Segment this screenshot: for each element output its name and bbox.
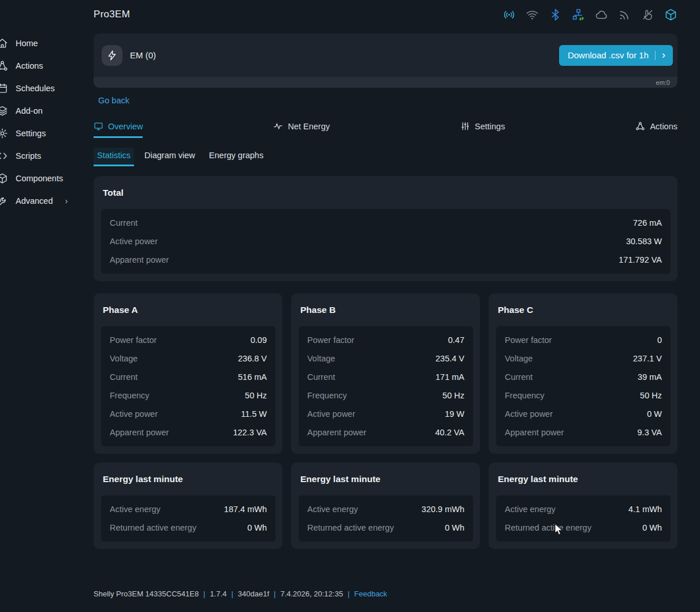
- stat-row: Frequency50 Hz: [496, 386, 671, 405]
- total-card: Total Current 726 mA Active power 30.583…: [94, 176, 677, 281]
- phase-cards-row: Phase A Power factor0.09 Voltage236.8 V …: [94, 293, 677, 454]
- sidebar-item-settings[interactable]: Settings: [0, 122, 94, 144]
- stat-row: Voltage236.8 V: [101, 349, 275, 368]
- stat-label: Voltage: [110, 354, 137, 363]
- go-back-link[interactable]: Go back: [98, 96, 129, 105]
- sidebar-item-label: Scripts: [16, 151, 41, 161]
- stat-value: 50 Hz: [245, 391, 267, 400]
- tab-net-energy[interactable]: Net Energy: [273, 121, 330, 138]
- stat-row: Apparent power 171.792 VA: [101, 251, 671, 269]
- energy-b-panel: Active energy320.9 mWh Returned active e…: [299, 495, 473, 542]
- footer-build-hash: 340dae1f: [238, 589, 269, 598]
- stat-value: 19 W: [445, 409, 464, 419]
- lightning-icon: [106, 50, 118, 61]
- tab-bar: Overview Net Energy Settings Actions: [94, 121, 677, 138]
- stat-row: Current39 mA: [496, 368, 671, 386]
- feedback-link[interactable]: Feedback: [354, 589, 387, 598]
- sidebar-item-home[interactable]: Home: [0, 32, 94, 54]
- tab-actions[interactable]: Actions: [635, 121, 677, 138]
- sidebar-item-addon[interactable]: Add-on: [0, 99, 94, 122]
- stat-row: Active power11.5 W: [101, 405, 275, 423]
- stat-value: 50 Hz: [442, 391, 464, 400]
- stat-label: Power factor: [505, 335, 552, 345]
- stat-value: 0 Wh: [247, 523, 267, 532]
- cloud-icon[interactable]: [595, 8, 608, 21]
- phase-a-card: Phase A Power factor0.09 Voltage236.8 V …: [94, 293, 282, 454]
- stat-value: 40.2 VA: [435, 428, 464, 437]
- sidebar-item-label: Home: [16, 39, 38, 48]
- stat-value: 0 W: [647, 409, 662, 419]
- ap-broadcast-icon[interactable]: [502, 8, 516, 21]
- subtab-statistics[interactable]: Statistics: [94, 148, 134, 166]
- stat-label: Active energy: [110, 505, 161, 514]
- tab-label: Settings: [475, 122, 505, 131]
- shelly-device-page: Home Actions Schedules Add-on Settings: [0, 0, 700, 612]
- stat-value: 0: [657, 335, 662, 345]
- download-csv-button[interactable]: Download .csv for 1h ›: [559, 45, 673, 66]
- ethernet-icon[interactable]: [572, 8, 585, 21]
- sidebar-item-label: Advanced: [16, 196, 53, 206]
- stat-label: Power factor: [110, 335, 157, 345]
- sidebar-item-advanced[interactable]: Advanced ›: [0, 189, 94, 212]
- home-icon: [0, 38, 8, 49]
- phase-a-panel: Power factor0.09 Voltage236.8 V Current5…: [101, 326, 275, 446]
- stat-label: Apparent power: [505, 428, 564, 437]
- stat-value: 0 Wh: [445, 523, 464, 532]
- sidebar-item-label: Components: [16, 174, 63, 183]
- stat-row: Active energy187.4 mWh: [101, 500, 275, 518]
- stat-value: 235.4 V: [435, 354, 464, 363]
- sidebar-item-actions[interactable]: Actions: [0, 54, 94, 77]
- stat-label: Returned active energy: [307, 523, 394, 532]
- stat-value: 187.4 mWh: [224, 505, 267, 514]
- touch-disabled-icon[interactable]: [641, 8, 654, 21]
- footer-separator: |: [274, 589, 275, 598]
- stat-label: Frequency: [307, 391, 347, 400]
- total-panel: Current 726 mA Active power 30.583 W App…: [101, 209, 671, 274]
- sidebar-item-components[interactable]: Components: [0, 167, 94, 189]
- stat-value: 320.9 mWh: [422, 505, 464, 514]
- phase-c-panel: Power factor0 Voltage237.1 V Current39 m…: [496, 326, 671, 446]
- pulse-icon: [273, 121, 283, 131]
- page-title: Pro3EM: [94, 9, 130, 20]
- stat-row: Power factor0.47: [299, 331, 473, 349]
- subtab-diagram-view[interactable]: Diagram view: [141, 148, 199, 166]
- stat-label: Apparent power: [307, 428, 366, 437]
- actions-icon: [0, 60, 8, 72]
- bluetooth-icon[interactable]: [549, 8, 562, 21]
- stat-label: Current: [110, 218, 137, 227]
- stat-row: Voltage237.1 V: [496, 349, 671, 368]
- tab-overview[interactable]: Overview: [94, 121, 143, 138]
- stat-row: Active power 30.583 W: [101, 232, 671, 251]
- stat-label: Power factor: [307, 335, 354, 345]
- stat-label: Active power: [110, 409, 158, 419]
- stat-row: Current516 mA: [101, 368, 275, 386]
- stat-label: Frequency: [110, 391, 150, 400]
- stat-value: 0.47: [448, 335, 464, 345]
- sidebar-item-scripts[interactable]: Scripts: [0, 144, 94, 167]
- stat-label: Frequency: [505, 391, 545, 400]
- stat-value: 4.1 mWh: [628, 505, 662, 514]
- stat-row: Apparent power40.2 VA: [299, 423, 473, 442]
- stat-row: Apparent power9.3 VA: [496, 423, 671, 442]
- energy-a-panel: Active energy187.4 mWh Returned active e…: [101, 495, 275, 542]
- scripts-icon: [0, 150, 8, 162]
- tab-label: Net Energy: [288, 122, 330, 131]
- stat-label: Active energy: [505, 505, 556, 514]
- subtab-energy-graphs[interactable]: Energy graphs: [206, 148, 267, 166]
- mqtt-signal-icon[interactable]: [618, 8, 631, 21]
- chevron-right-icon: ›: [662, 50, 665, 61]
- stat-row: Active power19 W: [299, 405, 473, 423]
- card-title: Energy last minute: [300, 474, 471, 484]
- stat-label: Active power: [307, 409, 355, 419]
- stat-label: Active power: [505, 409, 553, 419]
- stat-label: Apparent power: [110, 255, 169, 264]
- stat-row: Frequency50 Hz: [101, 386, 275, 405]
- tab-settings[interactable]: Settings: [460, 121, 505, 138]
- stat-row: Power factor0.09: [101, 331, 275, 349]
- wifi-icon[interactable]: [526, 8, 539, 21]
- firmware-cube-icon[interactable]: [664, 8, 677, 21]
- sidebar-item-schedules[interactable]: Schedules: [0, 77, 94, 99]
- stat-value: 39 mA: [638, 372, 662, 382]
- card-title: Phase C: [498, 305, 669, 315]
- sidebar-item-label: Add-on: [16, 106, 43, 115]
